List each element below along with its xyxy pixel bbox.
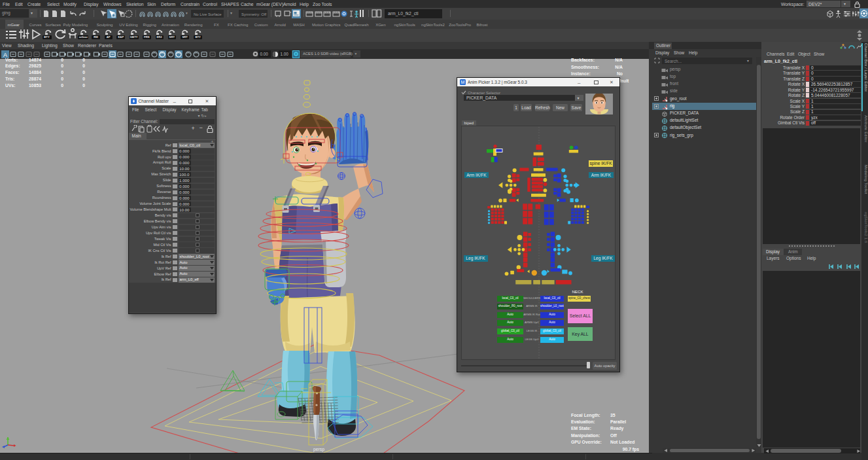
svg-text:M: M — [461, 80, 465, 84]
